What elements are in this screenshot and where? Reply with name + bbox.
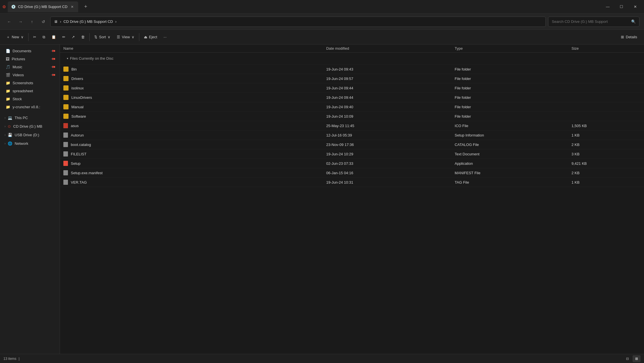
back-button[interactable]: ←	[5, 17, 14, 26]
table-row[interactable]: isolinux 19-Jun-24 09:44 File folder	[60, 83, 644, 93]
tab[interactable]: 💿 CD Drive (G:) MB Support CD ✕	[8, 1, 78, 12]
file-type: File folder	[451, 74, 568, 83]
tab-close-button[interactable]: ✕	[70, 4, 75, 9]
spreadsheet-icon: 📁	[6, 89, 10, 93]
file-date: 19-Jun-24 09:57	[323, 74, 451, 83]
folder-icon	[63, 67, 69, 72]
title-bar: ⚙ 💿 CD Drive (G:) MB Support CD ✕ + — ☐ …	[0, 0, 644, 14]
file-date: 06-Jan-15 04:16	[323, 168, 451, 178]
sidebar-item-ycruncher[interactable]: 📁 y-cruncher v0.8.:	[1, 103, 59, 111]
up-button[interactable]: ↑	[27, 17, 37, 26]
tab-add-button[interactable]: +	[81, 2, 90, 11]
file-name-cell: Bin	[63, 67, 319, 72]
eject-button[interactable]: ⏏ Eject	[141, 32, 160, 42]
file-date: 19-Jun-24 10:09	[323, 112, 451, 121]
sidebar-item-spreadsheet[interactable]: 📁 spreadsheet	[1, 87, 59, 95]
table-row[interactable]: Setup 02-Jun-23 07:33 Application 9,421 …	[60, 159, 644, 168]
address-bar: ← → ↑ ↺ 🖥 › CD Drive (G:) MB Support CD …	[0, 14, 644, 30]
sidebar-item-music[interactable]: 🎵 Music 📌	[1, 63, 59, 71]
details-label: Details	[626, 35, 637, 39]
table-row[interactable]: Setup.exe.manifest 06-Jan-15 04:16 MANIF…	[60, 168, 644, 178]
tiles-view-button[interactable]: ⊞	[633, 355, 641, 362]
maximize-button[interactable]: ☐	[615, 2, 628, 11]
sidebar-item-usb[interactable]: › 💾 USB Drive (D:)	[1, 131, 59, 139]
share-button[interactable]: ↗	[69, 32, 78, 42]
file-type: File folder	[451, 93, 568, 102]
sidebar-item-screenshots[interactable]: 📁 Screenshots	[1, 79, 59, 87]
more-icon: ···	[164, 35, 167, 39]
file-name: LinuxDrivers	[71, 95, 92, 100]
sidebar-item-videos[interactable]: 🎬 Videos 📌	[1, 71, 59, 79]
eject-icon: ⏏	[144, 35, 147, 39]
file-name: Setup.exe.manifest	[71, 171, 102, 175]
ycruncher-icon: 📁	[6, 105, 10, 109]
col-name[interactable]: Name	[60, 45, 323, 53]
sidebar-item-stock[interactable]: 📁 Stock	[1, 95, 59, 103]
delete-button[interactable]: 🗑	[78, 32, 88, 42]
file-size: 9,421 KB	[568, 159, 644, 168]
view-icon: ☰	[117, 35, 120, 39]
breadcrumb-path: CD Drive (G:) MB Support CD	[63, 19, 113, 24]
details-button[interactable]: ⊞ Details	[617, 32, 641, 42]
tab-title: CD Drive (G:) MB Support CD	[18, 5, 67, 9]
sidebar-item-cddrive[interactable]: › ⊙ CD Drive (G:) MB	[1, 122, 59, 131]
file-date: 19-Jun-24 10:29	[323, 149, 451, 159]
pin-icon: 📌	[50, 48, 56, 54]
usb-label: USB Drive (D:)	[15, 133, 39, 137]
sidebar-item-pictures[interactable]: 🖼 Pictures 📌	[1, 55, 59, 63]
col-type[interactable]: Type	[451, 45, 568, 53]
table-row[interactable]: Drivers 19-Jun-24 09:57 File folder	[60, 74, 644, 83]
computer-icon: 🖥	[54, 19, 58, 24]
rename-button[interactable]: ✏	[59, 32, 68, 42]
close-button[interactable]: ✕	[629, 2, 642, 11]
file-name-cell: Autorun	[63, 133, 319, 138]
search-input[interactable]	[552, 19, 629, 24]
table-row[interactable]: boot.catalog 23-Nov-09 17:36 CATALOG Fil…	[60, 140, 644, 149]
refresh-button[interactable]: ↺	[39, 17, 48, 26]
cut-button[interactable]: ✂	[30, 32, 39, 42]
address-box[interactable]: 🖥 › CD Drive (G:) MB Support CD ›	[50, 17, 546, 27]
thispc-icon: 💻	[8, 116, 12, 120]
table-row[interactable]: asus 25-May-23 11:45 ICO File 1,505 KB	[60, 121, 644, 131]
file-size	[568, 112, 644, 121]
file-size: 2 KB	[568, 168, 644, 178]
view-button[interactable]: ☰ View ∨	[114, 32, 137, 42]
file-size	[568, 83, 644, 93]
pictures-label: Pictures	[12, 57, 25, 61]
sidebar-item-network[interactable]: › 🌐 Network	[1, 139, 59, 148]
new-button[interactable]: ＋ New ∨	[3, 32, 27, 42]
details-view-button[interactable]: ⊟	[623, 355, 631, 362]
group-header-row: ▾ Files Currently on the Disc	[60, 53, 644, 65]
file-date: 19-Jun-24 10:31	[323, 178, 451, 187]
search-box[interactable]: 🔍	[548, 17, 639, 27]
table-row[interactable]: VER.TAG 19-Jun-24 10:31 TAG File 1 KB	[60, 178, 644, 187]
table-row[interactable]: LinuxDrivers 19-Jun-24 09:44 File folder	[60, 93, 644, 102]
sort-button[interactable]: ⇅ Sort ∨	[91, 32, 113, 42]
table-row[interactable]: Bin 19-Jun-24 09:43 File folder	[60, 65, 644, 74]
table-row[interactable]: Autorun 12-Jul-16 05:39 Setup Informatio…	[60, 131, 644, 140]
minimize-button[interactable]: —	[601, 2, 614, 11]
file-date: 19-Jun-24 09:43	[323, 65, 451, 74]
screenshots-icon: 📁	[6, 81, 10, 85]
col-date[interactable]: Date modified	[323, 45, 451, 53]
screenshots-label: Screenshots	[13, 81, 33, 85]
file-date: 19-Jun-24 09:40	[323, 102, 451, 112]
file-icon	[63, 142, 68, 147]
file-name-cell: boot.catalog	[63, 142, 319, 147]
sidebar-item-thispc[interactable]: › 💻 This PC	[1, 114, 59, 122]
forward-button[interactable]: →	[16, 17, 25, 26]
col-size[interactable]: Size	[568, 45, 644, 53]
paste-button[interactable]: 📋	[49, 32, 59, 42]
more-button[interactable]: ···	[161, 32, 170, 42]
folder-icon	[63, 76, 69, 81]
table-row[interactable]: FILELIST 19-Jun-24 10:29 Text Document 3…	[60, 149, 644, 159]
sidebar-item-documents[interactable]: 📄 Documents 📌	[1, 47, 59, 55]
file-type: Text Document	[451, 149, 568, 159]
paste-icon: 📋	[51, 35, 56, 39]
table-row[interactable]: Software 19-Jun-24 10:09 File folder	[60, 112, 644, 121]
file-type: File folder	[451, 112, 568, 121]
copy-button[interactable]: ⧉	[40, 32, 48, 42]
file-list: Name Date modified Type Size ▾ Files Cur…	[60, 45, 644, 354]
table-row[interactable]: Manual 19-Jun-24 09:40 File folder	[60, 102, 644, 112]
status-bar: 13 items | ⊟ ⊞	[0, 354, 644, 363]
